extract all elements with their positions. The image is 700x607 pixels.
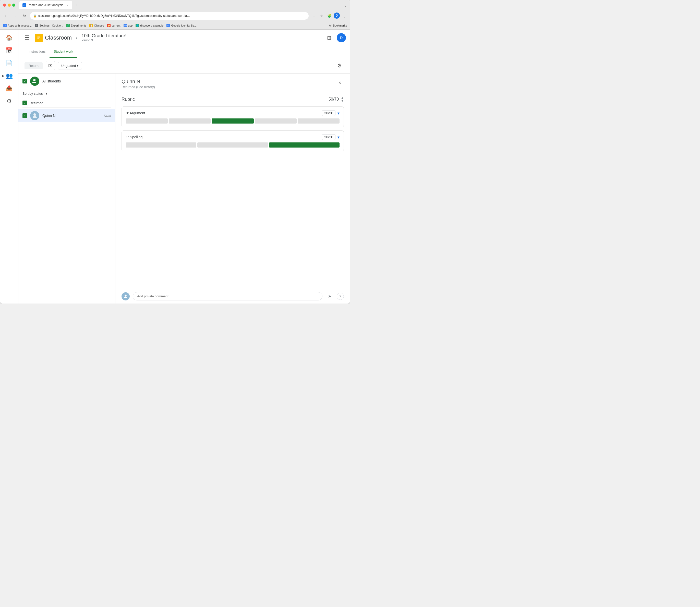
settings-button[interactable]: ⚙ <box>335 61 344 70</box>
lock-icon: 🔒 <box>33 14 37 18</box>
argument-seg-1[interactable] <box>126 119 168 124</box>
rubric-argument-title: 0: Argument <box>126 111 145 115</box>
spelling-seg-2[interactable] <box>197 142 268 148</box>
sort-arrow-icon: ▼ <box>45 92 48 96</box>
student-quinn-name: Quinn N <box>42 113 101 118</box>
active-tab[interactable]: C Romeo and Juliet analysis. ✕ <box>19 1 72 9</box>
bookmark-apps[interactable]: G Apps with access... <box>3 24 32 27</box>
rubric-item-spelling-header: 1: Spelling 20/20 ▾ <box>126 134 339 140</box>
student-detail-status: Returned (See history) <box>122 85 155 89</box>
user-avatar[interactable]: D <box>337 33 346 42</box>
tab-instructions[interactable]: Instructions <box>24 46 49 58</box>
help-button[interactable]: ? <box>337 293 344 300</box>
rubric-score-arrows[interactable]: ▲ ▼ <box>341 96 344 102</box>
back-button[interactable]: ← <box>3 12 10 19</box>
returned-section: ✓ Returned <box>18 97 115 109</box>
bookmark-icon[interactable]: ☆ <box>318 13 325 19</box>
tab-end-chevron[interactable]: ⌄ <box>344 3 347 8</box>
sidebar-icon-upload[interactable]: 📤 <box>3 82 15 95</box>
bookmark-google-identity[interactable]: G Google Identity Se... <box>166 24 197 27</box>
returned-status-label: Returned <box>29 101 43 105</box>
svg-rect-2 <box>38 38 40 38</box>
bookmark-discovery[interactable]: 🌐 discovery example <box>136 24 163 27</box>
help-icon: ? <box>339 295 341 298</box>
main-content: ☰ Classroom › 10th Grade Literature! <box>18 29 350 304</box>
bookmarks-bar: G Apps with access... ⚙ Settings - Cooki… <box>0 21 350 29</box>
sidebar-icon-home[interactable]: 🏠 <box>3 32 15 44</box>
student-detail-info: Quinn N Returned (See history) <box>122 79 155 89</box>
left-nav: 🏠 📅 📄 ▶ 👥 📤 ⚙ <box>0 29 18 304</box>
mail-button[interactable]: ✉ <box>46 61 55 70</box>
expand-arrow-icon: ▶ <box>2 74 4 78</box>
commenter-avatar <box>122 292 130 300</box>
sidebar-icon-calendar[interactable]: 📅 <box>3 44 15 57</box>
close-traffic-light[interactable] <box>3 4 6 7</box>
settings-icon: ⚙ <box>337 63 342 69</box>
rubric-argument-bar <box>126 119 339 124</box>
bookmark-discovery-icon: 🌐 <box>136 24 139 27</box>
grade-filter-dropdown[interactable]: Ungraded ▾ <box>58 62 82 69</box>
sort-dropdown[interactable]: ▼ <box>45 92 48 96</box>
sidebar-icon-people[interactable]: 👥 <box>4 71 14 81</box>
reload-button[interactable]: ↻ <box>21 12 28 19</box>
tab-student-work[interactable]: Student work <box>49 46 77 58</box>
sidebar-icon-document[interactable]: 📄 <box>3 57 15 69</box>
returned-checkbox[interactable]: ✓ <box>22 101 27 105</box>
extensions-icon[interactable]: 🧩 <box>326 13 333 19</box>
student-quinn-checkbox[interactable]: ✓ <box>22 113 27 118</box>
address-bar: ← → ↻ 🔒 classroom.google.com/u/0/c/NjEyM… <box>0 10 350 21</box>
bookmark-apps-label: Apps with access... <box>8 24 32 27</box>
rubric-item-argument: 0: Argument 30/50 ▾ <box>122 106 344 127</box>
svg-point-6 <box>125 295 127 297</box>
rubric-spelling-score: 20/20 <box>322 134 335 140</box>
close-detail-button[interactable]: × <box>336 79 344 87</box>
rubric-down-arrow[interactable]: ▼ <box>341 99 344 102</box>
rubric-title: Rubric <box>122 97 135 102</box>
maximize-traffic-light[interactable] <box>12 4 15 7</box>
argument-seg-4[interactable] <box>255 119 297 124</box>
bookmark-apps-icon: G <box>3 24 7 27</box>
all-students-checkbox[interactable]: ✓ <box>22 79 27 83</box>
forward-button[interactable]: → <box>12 12 19 19</box>
url-bar[interactable]: 🔒 classroom.google.com/u/0/c/NjEyMDI4ODI… <box>30 12 309 20</box>
bookmark-current[interactable]: 📁 current <box>107 24 120 27</box>
spelling-seg-1[interactable] <box>126 142 196 148</box>
traffic-lights <box>3 4 15 7</box>
rubric-item-argument-header: 0: Argument 30/50 ▾ <box>126 110 339 116</box>
svg-rect-1 <box>38 37 40 37</box>
rubric-spelling-expand[interactable]: ▾ <box>337 135 339 140</box>
send-comment-button[interactable]: ➤ <box>326 292 334 300</box>
course-period: Period 3 <box>81 39 126 42</box>
student-item-quinn[interactable]: ✓ Quinn N Draft <box>18 109 115 122</box>
grid-apps-icon[interactable]: ⊞ <box>325 33 334 42</box>
return-button[interactable]: Return <box>24 62 43 69</box>
all-students-header: ✓ All students <box>18 74 115 89</box>
menu-button[interactable]: ☰ <box>22 33 32 42</box>
argument-seg-5[interactable] <box>298 119 339 124</box>
classroom-logo-icon <box>35 34 43 42</box>
new-tab-button[interactable]: + <box>73 2 80 9</box>
bookmark-experiments[interactable]: 🧪 Experiments <box>66 24 86 27</box>
private-comment-input[interactable] <box>133 292 323 300</box>
student-quinn-status: Draft <box>104 114 111 118</box>
app-container: 🏠 📅 📄 ▶ 👥 📤 ⚙ ☰ <box>0 29 350 304</box>
bookmark-classes[interactable]: 📋 Classes <box>89 24 104 27</box>
sidebar-people-expand[interactable]: ▶ 👥 <box>0 70 18 82</box>
minimize-traffic-light[interactable] <box>8 4 11 7</box>
rubric-header: Rubric 50/70 ▲ ▼ <box>122 96 344 102</box>
rubric-argument-expand[interactable]: ▾ <box>337 111 339 116</box>
bookmark-experiments-icon: 🧪 <box>66 24 70 27</box>
more-options-icon[interactable]: ⋮ <box>341 13 347 19</box>
profile-icon[interactable]: D <box>334 13 340 19</box>
tab-close-button[interactable]: ✕ <box>66 3 69 7</box>
sidebar-icon-settings[interactable]: ⚙ <box>3 95 15 107</box>
spelling-seg-3[interactable] <box>269 142 339 148</box>
bookmark-gcp[interactable]: API gcp <box>124 24 133 27</box>
bookmark-gcp-label: gcp <box>128 24 133 27</box>
all-bookmarks-button[interactable]: All Bookmarks <box>329 24 347 27</box>
argument-seg-2[interactable] <box>169 119 211 124</box>
bookmark-settings[interactable]: ⚙ Settings - Cookie... <box>35 24 63 27</box>
argument-seg-3[interactable] <box>212 119 253 124</box>
detail-header: Quinn N Returned (See history) × <box>116 74 350 92</box>
download-icon[interactable]: ↓ <box>311 13 317 19</box>
